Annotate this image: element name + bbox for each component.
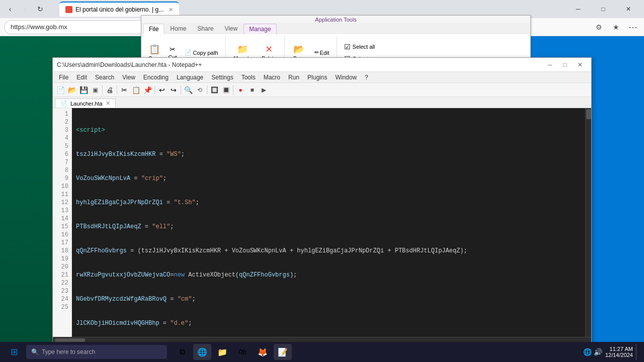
- browser-maximize-btn[interactable]: □: [592, 2, 615, 16]
- tab-file[interactable]: File: [143, 24, 164, 34]
- tb-save-all[interactable]: ▣: [90, 84, 101, 96]
- menu-view[interactable]: View: [118, 73, 139, 82]
- tb-paste[interactable]: 📌: [142, 84, 153, 96]
- code-line-8: NGebvfDRMyzcdzWfgARaBRovQ = "cm";: [76, 295, 581, 303]
- taskbar-icon-notepad[interactable]: 📝: [274, 344, 292, 360]
- menu-tools[interactable]: Tools: [237, 73, 260, 82]
- toolbar-sep5: [207, 85, 207, 95]
- toolbar-sep1: [102, 85, 103, 95]
- notepad-minimize-btn[interactable]: ─: [543, 59, 557, 70]
- taskbar-icon-task-view[interactable]: ⧉: [173, 344, 191, 360]
- tb-open[interactable]: 📂: [66, 84, 77, 96]
- clock-time: 11:27 AM: [605, 346, 633, 352]
- code-line-2: tszJiHJvyBxIKisKzcmHKR = "WS";: [76, 150, 581, 158]
- code-line-4: hyhlgEZiBgaCjaJPrNpDrZQi = "t.Sh";: [76, 199, 581, 207]
- menu-search[interactable]: Search: [91, 73, 118, 82]
- code-line-3: VoZouSWKcNpnLvA = "crip";: [76, 174, 581, 183]
- tb-find[interactable]: 🔍: [183, 84, 194, 96]
- tb-redo[interactable]: ↪: [168, 84, 179, 96]
- browser-refresh-btn[interactable]: ↻: [34, 3, 46, 15]
- menu-file[interactable]: File: [55, 73, 72, 82]
- windows-icon: ⊞: [11, 346, 18, 357]
- tb-new[interactable]: 📄: [55, 84, 66, 96]
- code-line-5: PTBsdHRJtLQIpJAeqZ = "ell";: [76, 223, 581, 231]
- taskbar-clock[interactable]: 11:27 AM 12/14/2024: [605, 346, 633, 358]
- taskbar-search-placeholder: Type here to search: [42, 348, 95, 355]
- code-line-6: qQnZFFhoGvbrgs = (tszJiHJvyBxIKisKzcmHKR…: [76, 247, 581, 255]
- toolbar-sep3: [154, 85, 155, 95]
- tab-title: El portal único del gobierno. | g...: [75, 6, 164, 13]
- menu-window[interactable]: Window: [331, 73, 361, 82]
- tab-home[interactable]: Home: [165, 24, 191, 34]
- notepad-title: C:\Users\admin\Downloads\Launcher.hta - …: [57, 61, 202, 68]
- tb-cut[interactable]: ✂: [119, 84, 130, 96]
- menu-help[interactable]: ?: [361, 73, 372, 82]
- code-line-1: <script>: [76, 126, 581, 134]
- taskbar-apps: ⧉ 🌐 📁 🛍 🦊 📝: [173, 344, 581, 360]
- tab-view[interactable]: View: [219, 24, 243, 34]
- menu-edit[interactable]: Edit: [72, 73, 91, 82]
- tb-print[interactable]: 🖨: [104, 84, 115, 96]
- taskbar-icon-firefox[interactable]: 🦊: [254, 344, 272, 360]
- tray-icons: 🌐 🔊: [583, 348, 602, 356]
- volume-icon[interactable]: 🔊: [594, 348, 602, 356]
- search-icon: 🔍: [31, 348, 39, 355]
- tab-file-icon: 📄: [60, 100, 67, 107]
- menu-run[interactable]: Run: [284, 73, 303, 82]
- notepad-maximize-btn[interactable]: □: [558, 59, 572, 70]
- taskbar-search-box[interactable]: 🔍 Type here to search: [26, 345, 167, 359]
- code-area: 12345 678910 1112131415 1617181920 21222…: [53, 108, 591, 337]
- network-icon[interactable]: 🌐: [583, 348, 592, 356]
- favorites-btn[interactable]: ★: [609, 20, 623, 34]
- document-tab[interactable]: 📄 Launcher.hta ✕: [55, 99, 116, 108]
- browser-tab[interactable]: El portal único del gobierno. | g... ✕: [59, 2, 179, 17]
- extensions-btn[interactable]: ⚙: [592, 20, 606, 34]
- tb-replace[interactable]: ⟲: [194, 84, 205, 96]
- tb-macro-stop[interactable]: ■: [247, 84, 258, 96]
- taskbar-icon-browser[interactable]: 🌐: [193, 344, 211, 360]
- toolbar-sep6: [233, 85, 233, 95]
- menu-plugins[interactable]: Plugins: [303, 73, 331, 82]
- tb-macro-rec[interactable]: ●: [235, 84, 246, 96]
- menu-settings[interactable]: Settings: [207, 73, 237, 82]
- menu-encoding[interactable]: Encoding: [139, 73, 173, 82]
- menu-language[interactable]: Language: [173, 73, 207, 82]
- tb-zoom-out[interactable]: 🔳: [220, 84, 231, 96]
- show-desktop-btn[interactable]: [636, 344, 640, 360]
- notepad-titlebar: C:\Users\admin\Downloads\Launcher.hta - …: [53, 58, 591, 72]
- system-tray: 🌐 🔊 11:27 AM 12/14/2024: [583, 344, 640, 360]
- tb-macro-play[interactable]: ▶: [258, 84, 269, 96]
- notepad-close-btn[interactable]: ✕: [573, 59, 587, 70]
- browser-close-btn[interactable]: ✕: [617, 2, 640, 16]
- notepad-window: C:\Users\admin\Downloads\Launcher.hta - …: [52, 57, 592, 343]
- code-line-7: rwXRzuPgvutxxjOvbZUWejvaCO=new ActiveXOb…: [76, 271, 581, 279]
- clock-date: 12/14/2024: [605, 352, 633, 358]
- tab-close[interactable]: ✕: [169, 7, 173, 13]
- notepad-toolbar: 📄 📂 💾 ▣ 🖨 ✂ 📋 📌 ↩ ↪ 🔍 ⟲ 🔲 🔳 ● ■ ▶: [53, 83, 591, 97]
- browser-menu-btn[interactable]: ⋯: [626, 20, 640, 34]
- toolbar-sep4: [181, 85, 181, 95]
- ribbon-tab-bar: File Home Share View Manage: [141, 23, 530, 34]
- edit-btn[interactable]: ✏Edit: [311, 48, 333, 57]
- tab-favicon: [65, 6, 72, 13]
- vertical-scrollbar[interactable]: [585, 108, 591, 337]
- browser-back-btn[interactable]: ‹: [4, 3, 16, 15]
- browser-forward-btn[interactable]: ›: [19, 3, 31, 15]
- start-button[interactable]: ⊞: [4, 344, 24, 360]
- notepad-menu-bar: File Edit Search View Encoding Language …: [53, 72, 591, 83]
- taskbar-icon-explorer[interactable]: 📁: [213, 344, 231, 360]
- tb-zoom-in[interactable]: 🔲: [209, 84, 220, 96]
- tb-copy[interactable]: 📋: [130, 84, 141, 96]
- tb-save[interactable]: 💾: [78, 84, 89, 96]
- copy-path-btn[interactable]: 📄Copy path: [182, 48, 221, 57]
- code-content[interactable]: <script> tszJiHJvyBxIKisKzcmHKR = "WS"; …: [72, 108, 585, 337]
- select-all-btn[interactable]: ☑Select all: [341, 42, 378, 52]
- tb-undo[interactable]: ↩: [156, 84, 168, 96]
- tab-close-icon[interactable]: ✕: [106, 100, 110, 107]
- line-numbers: 12345 678910 1112131415 1617181920 21222…: [53, 108, 72, 337]
- taskbar-icon-store[interactable]: 🛍: [233, 344, 252, 360]
- menu-macro[interactable]: Macro: [260, 73, 284, 82]
- browser-minimize-btn[interactable]: ─: [567, 2, 590, 16]
- tab-manage[interactable]: Manage: [244, 24, 276, 34]
- tab-share[interactable]: Share: [192, 24, 218, 34]
